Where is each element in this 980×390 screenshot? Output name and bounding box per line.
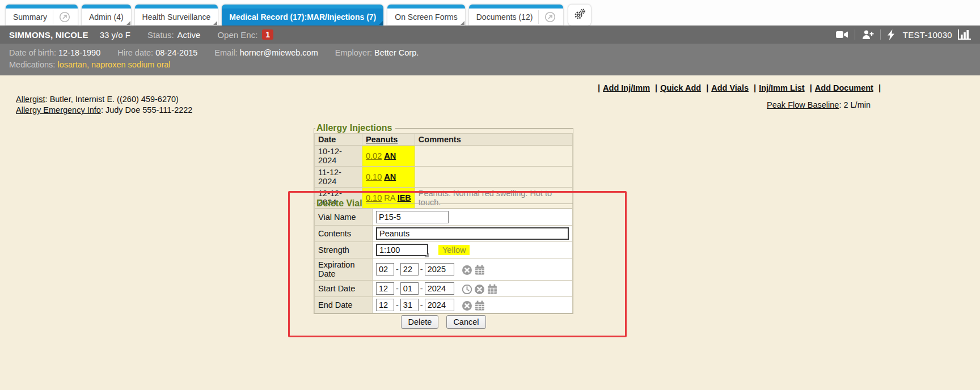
allergy-emergency-value: : Judy Doe 555-111-2222: [101, 105, 193, 115]
lightning-icon[interactable]: [887, 29, 895, 40]
link-separator: |: [655, 83, 657, 92]
inj-imm-list-link[interactable]: Inj/Imm List: [759, 83, 805, 92]
patient-name: SIMMONS, NICOLE: [9, 30, 88, 40]
form-row-end-date: End Date --: [315, 297, 573, 313]
form-buttons: Delete Cancel: [314, 315, 573, 329]
dose-link[interactable]: 0.02: [366, 151, 382, 160]
clear-date-icon[interactable]: [462, 301, 472, 311]
vial-name-input[interactable]: [376, 211, 449, 223]
form-row-start-date: Start Date --: [315, 281, 573, 297]
link-separator: |: [754, 83, 756, 92]
allergist-line: Allergist: Butler, Internist E. ((260) 4…: [16, 94, 192, 105]
expiration-year-input[interactable]: [425, 263, 454, 275]
form-row-contents: Contents: [315, 226, 573, 242]
start-day-input[interactable]: [400, 282, 419, 295]
tab-health-surveillance-label: Health Surveillance: [142, 12, 211, 22]
col-peanuts[interactable]: Peanuts: [362, 134, 415, 146]
open-enc-badge[interactable]: 1: [262, 29, 273, 40]
delete-vial-fieldset: Delete Vial Vial Name Contents Strength: [314, 198, 573, 314]
settings-button[interactable]: [568, 5, 591, 26]
tab-summary[interactable]: Summary: [6, 5, 78, 26]
link-separator: |: [598, 83, 600, 92]
injection-comment: [415, 146, 572, 167]
tab-bar: Summary Admin (4) Health Surveillance Me…: [0, 0, 980, 26]
calendar-icon[interactable]: [475, 265, 485, 275]
action-links: |Add Inj/Imm |Quick Add |Add Vials |Inj/…: [595, 83, 884, 92]
allergy-contact-info: Allergist: Butler, Internist E. ((260) 4…: [16, 94, 192, 116]
add-document-link[interactable]: Add Document: [815, 83, 873, 92]
injection-dose: 0.10 AN: [362, 167, 415, 188]
allergy-emergency-line: Allergy Emergency Info: Judy Doe 555-111…: [16, 105, 192, 116]
tab-on-screen-forms[interactable]: On Screen Forms: [387, 5, 464, 26]
employer-label: Employer:: [335, 48, 372, 57]
quick-add-link[interactable]: Quick Add: [660, 83, 701, 92]
hire-date-label: Hire date:: [117, 48, 153, 57]
allergist-link[interactable]: Allergist: [16, 95, 45, 104]
form-row-strength: Strength Yellow: [315, 242, 573, 258]
dose-code-link[interactable]: AN: [384, 172, 396, 181]
dob-label: Date of birth:: [9, 48, 56, 57]
strength-input[interactable]: [376, 244, 428, 256]
add-user-icon[interactable]: [861, 29, 874, 40]
form-row-vial-name: Vial Name: [315, 209, 573, 226]
link-separator: |: [878, 83, 881, 92]
clock-icon[interactable]: [462, 285, 472, 294]
start-month-input[interactable]: [376, 282, 394, 295]
add-inj-imm-link[interactable]: Add Inj/Imm: [603, 83, 650, 92]
divider: [880, 29, 881, 40]
calendar-icon[interactable]: [487, 284, 497, 294]
gears-icon: [573, 8, 586, 23]
dose-link[interactable]: 0.10: [366, 172, 382, 181]
calendar-icon[interactable]: [475, 300, 485, 311]
strength-label: Strength: [315, 242, 373, 258]
date-separator: -: [420, 265, 423, 274]
tab-health-surveillance[interactable]: Health Surveillance: [135, 5, 218, 26]
email-value: horner@mieweb.com: [240, 48, 318, 57]
open-new-window-icon[interactable]: [544, 11, 556, 23]
resize-handle-icon[interactable]: [424, 253, 429, 257]
expiration-day-input[interactable]: [400, 263, 419, 275]
start-date-label: Start Date: [315, 281, 373, 297]
date-separator: -: [420, 284, 423, 293]
tab-admin[interactable]: Admin (4): [82, 5, 131, 26]
video-camera-icon[interactable]: [836, 30, 848, 39]
delete-vial-title: Delete Vial: [315, 198, 366, 209]
medications-value[interactable]: losartan, naproxen sodium oral: [57, 60, 170, 69]
tab-fold-icon: [461, 21, 464, 25]
date-separator: -: [420, 300, 423, 310]
dose-code-link[interactable]: AN: [384, 151, 396, 160]
dob-value: 12-18-1990: [58, 48, 100, 57]
link-separator: |: [810, 83, 812, 92]
end-date-label: End Date: [315, 297, 373, 313]
end-year-input[interactable]: [425, 299, 454, 311]
tab-documents[interactable]: Documents (12): [469, 5, 564, 26]
open-enc-label: Open Enc:: [217, 30, 257, 40]
add-vials-link[interactable]: Add Vials: [711, 83, 749, 92]
peak-flow-value: : 2 L/min: [839, 100, 871, 109]
expiration-date-label: Expiration Date: [315, 258, 373, 281]
cancel-button[interactable]: Cancel: [446, 315, 485, 329]
end-day-input[interactable]: [400, 299, 419, 311]
clear-date-icon[interactable]: [462, 265, 472, 275]
end-month-input[interactable]: [376, 299, 394, 311]
flowsheet-chart-icon[interactable]: [958, 29, 971, 40]
vial-name-label: Vial Name: [315, 209, 373, 226]
contents-input[interactable]: [376, 227, 569, 240]
tab-fold-icon: [379, 21, 383, 25]
tab-medical-record-label: Medical Record (17):MAR/Injections (7): [229, 12, 376, 22]
tab-medical-record[interactable]: Medical Record (17):MAR/Injections (7): [222, 5, 383, 26]
clear-date-icon[interactable]: [475, 285, 484, 294]
highlight-rectangle: Delete Vial Vial Name Contents Strength: [288, 191, 627, 337]
status-label: Status:: [147, 30, 174, 40]
start-year-input[interactable]: [425, 282, 454, 295]
demographics-line1: Date of birth: 12-18-1990 Hire date: 08-…: [9, 47, 971, 59]
hire-date-value: 08-24-2015: [155, 48, 197, 57]
employer-value: Better Corp.: [374, 48, 419, 57]
peak-flow-link[interactable]: Peak Flow Baseline: [767, 100, 839, 109]
open-new-window-icon[interactable]: [59, 11, 70, 23]
expiration-month-input[interactable]: [376, 263, 394, 275]
delete-button[interactable]: Delete: [401, 315, 438, 329]
allergy-emergency-link[interactable]: Allergy Emergency Info: [16, 105, 101, 115]
injection-date: 11-12-2024: [315, 167, 362, 188]
injection-dose: 0.02 AN: [362, 146, 415, 167]
